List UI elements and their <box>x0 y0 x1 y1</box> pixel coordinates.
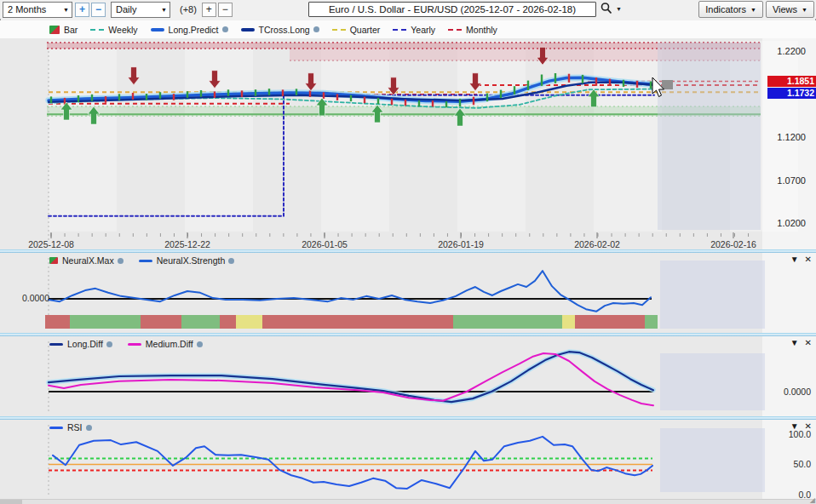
legend-label: NeuralX.Strength <box>157 255 226 266</box>
svg-text:2025-12-08: 2025-12-08 <box>28 239 74 249</box>
bar-swatch-icon <box>49 26 60 34</box>
indicators-button[interactable]: Indicators ▼ <box>698 1 763 18</box>
svg-text:2026-01-19: 2026-01-19 <box>438 239 484 249</box>
scrollbar-thumb[interactable] <box>0 500 22 504</box>
legend-item-bar[interactable]: Bar <box>49 25 78 35</box>
chevron-down-icon: ▼ <box>156 7 167 13</box>
main-chart-legend: Bar Weekly Long.Predict TCross.Long Quar… <box>0 20 816 38</box>
yearly-line-icon <box>393 29 406 31</box>
tcross-long-line-icon <box>241 28 255 32</box>
medium-diff-line-icon <box>128 343 141 346</box>
chevron-down-icon: ▼ <box>750 7 756 13</box>
legend-item-neuralx-strength[interactable]: NeuralX.Strength <box>139 255 235 266</box>
legend-label: Monthly <box>466 25 497 35</box>
collapse-panel-icon[interactable]: ▼ <box>790 339 799 347</box>
range-zoom-out-button[interactable]: − <box>91 3 106 17</box>
series-rsi <box>53 437 652 489</box>
legend-item-yearly[interactable]: Yearly <box>393 25 435 35</box>
plus-icon: + <box>79 4 85 14</box>
legend-item-long-predict[interactable]: Long.Predict <box>151 25 228 35</box>
interval-value: Daily <box>116 4 136 14</box>
neuralx-max-icon <box>49 257 58 264</box>
series-long-diff <box>49 352 653 402</box>
symbol-search-input[interactable]: Euro / U.S. Dollar - EUR/USD (2025-12-07… <box>308 2 596 17</box>
diff-panel-legend: Long.Diff Medium.Diff <box>49 339 218 349</box>
legend-item-medium-diff[interactable]: Medium.Diff <box>128 339 203 349</box>
range-zoom-in-button[interactable]: + <box>75 3 89 17</box>
future-shaded-region <box>660 261 765 329</box>
legend-settings-dot[interactable] <box>106 341 112 347</box>
search-icon <box>600 2 613 15</box>
collapse-panel-icon[interactable]: ▼ <box>790 255 799 264</box>
quarter-line-icon <box>332 29 346 31</box>
svg-text:1.0700: 1.0700 <box>777 175 806 186</box>
plus-icon: + <box>206 4 212 14</box>
svg-text:2026-02-16: 2026-02-16 <box>710 239 756 249</box>
legend-item-quarter[interactable]: Quarter <box>332 25 381 35</box>
rsi-panel-controls: ▼ ✕ <box>790 422 812 431</box>
diff-zero-label: 0.0000 <box>767 387 811 397</box>
resize-grip-icon[interactable]: ◢ <box>810 497 815 504</box>
predicted-price-badge: 1.1732 <box>767 88 816 99</box>
series-medium-diff <box>49 353 653 405</box>
bars-plus-button[interactable]: + <box>202 3 216 17</box>
future-shaded-region <box>660 428 765 492</box>
legend-label: Bar <box>64 25 78 35</box>
chevron-down-icon: ▼ <box>802 7 807 13</box>
series-neuralx-strength <box>49 271 651 312</box>
legend-settings-dot[interactable] <box>118 258 124 264</box>
rsi-line-icon <box>49 427 63 429</box>
interval-select[interactable]: Daily ▼ <box>111 2 170 18</box>
legend-label: Weekly <box>108 25 137 35</box>
weekly-line-icon <box>90 29 104 31</box>
rsi-panel-canvas[interactable] <box>0 420 816 500</box>
legend-item-weekly[interactable]: Weekly <box>90 25 137 35</box>
svg-text:2026-01-05: 2026-01-05 <box>302 239 348 249</box>
legend-label: Long.Predict <box>169 25 219 35</box>
legend-label: RSI <box>67 422 83 432</box>
prediction-offset-label: (+8) <box>180 4 197 14</box>
legend-item-long-diff[interactable]: Long.Diff <box>49 339 112 349</box>
drag-handle <box>662 80 673 89</box>
legend-item-neuralx-max[interactable]: NeuralX.Max <box>49 255 124 266</box>
legend-settings-dot[interactable] <box>86 425 92 431</box>
trading-app-window: 2 Months ▼ + − Daily ▼ (+8) + − Euro / U… <box>0 0 816 504</box>
indicators-label: Indicators <box>705 4 746 14</box>
legend-label: TCross.Long <box>259 25 310 35</box>
date-range-select[interactable]: 2 Months ▼ <box>3 2 72 18</box>
future-shaded-region <box>658 43 761 230</box>
long-predict-line-icon <box>151 28 164 32</box>
search-control[interactable]: ▼ <box>600 2 622 15</box>
legend-item-monthly[interactable]: Monthly <box>448 25 497 35</box>
chevron-down-icon: ▼ <box>58 7 69 13</box>
collapse-panel-icon[interactable]: ▼ <box>790 422 799 431</box>
main-price-chart-canvas[interactable]: 2025-12-082025-12-222026-01-052026-01-19… <box>0 38 816 249</box>
close-panel-icon[interactable]: ✕ <box>805 255 812 264</box>
toolbar-right-group: Indicators ▼ Views ▼ <box>696 1 814 18</box>
legend-settings-dot[interactable] <box>197 341 203 347</box>
close-panel-icon[interactable]: ✕ <box>805 339 812 347</box>
minus-icon: − <box>95 4 101 14</box>
legend-item-rsi[interactable]: RSI <box>49 422 92 432</box>
views-button[interactable]: Views ▼ <box>766 1 814 18</box>
chevron-down-icon: ▼ <box>616 6 622 12</box>
future-shaded-region <box>660 353 765 410</box>
svg-text:1.2200: 1.2200 <box>777 46 806 56</box>
svg-text:2026-02-02: 2026-02-02 <box>574 239 620 249</box>
legend-settings-dot[interactable] <box>313 26 319 32</box>
neuralx-panel-controls: ▼ ✕ <box>790 255 812 264</box>
neuralx-zero-label: 0.0000 <box>5 293 49 303</box>
legend-settings-dot[interactable] <box>222 26 228 32</box>
neuralx-panel-legend: NeuralX.Max NeuralX.Strength <box>49 255 250 266</box>
date-range-value: 2 Months <box>8 4 46 14</box>
svg-text:2025-12-22: 2025-12-22 <box>164 239 210 249</box>
legend-item-tcross-long[interactable]: TCross.Long <box>241 25 319 35</box>
legend-settings-dot[interactable] <box>228 258 234 264</box>
horizontal-scrollbar[interactable] <box>0 499 816 504</box>
minus-icon: − <box>222 4 228 14</box>
long-diff-line-icon <box>49 343 63 346</box>
bars-minus-button[interactable]: − <box>218 3 233 17</box>
close-panel-icon[interactable]: ✕ <box>805 422 812 431</box>
legend-label: Yearly <box>411 25 435 35</box>
neuralx-strength-line-icon <box>139 260 152 262</box>
